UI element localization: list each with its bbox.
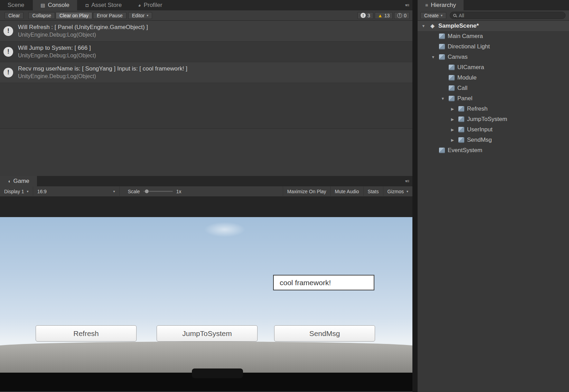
clear-on-play-toggle[interactable]: Clear on Play [56,12,92,19]
error-pause-toggle[interactable]: Error Pause [93,12,127,19]
jump-to-system-button[interactable]: JumpToSystem [157,325,258,342]
user-input-value: cool framework! [280,279,331,287]
tree-collapsed-icon[interactable]: ▶ [449,128,456,132]
chevron-down-icon: ▾ [407,189,408,193]
search-icon [453,14,456,17]
mute-audio-toggle[interactable]: Mute Audio [330,186,363,197]
aspect-ratio-label: 16:9 [37,189,47,194]
left-pane: Scene ▤ Console ◘ Asset Store ◕ Profiler… [0,0,412,392]
hierarchy-item-sendmsg[interactable]: ▶SendMsg [418,135,569,145]
hierarchy-toolbar: Create ▾ All [418,10,569,21]
tab-console-label: Console [48,2,69,9]
hierarchy-item-module[interactable]: Module [418,73,569,83]
console-tab-icon: ▤ [40,2,45,8]
tab-game-label: Game [13,178,29,185]
console-log-list: !Will Refresh : [ Panel (UnityEngine.Gam… [0,21,412,128]
maximize-on-play-toggle[interactable]: Maximize On Play [283,186,330,197]
scale-slider-knob[interactable] [144,189,149,194]
hierarchy-tabbar: ≡ Hierarchy [418,0,569,10]
panel-menu-icon[interactable]: ▾≡ [405,179,409,184]
log-info-icon: ! [3,47,13,57]
display-dropdown[interactable]: Display 1 ▾ [0,186,33,197]
hierarchy-item-userinput[interactable]: ▶UserInput [418,124,569,135]
hierarchy-item-label: Main Camera [448,33,483,40]
hierarchy-item-label: Module [457,74,477,81]
warning-icon: ▲ [378,13,383,18]
hierarchy-item-main-camera[interactable]: Main Camera [418,31,569,41]
hierarchy-item-label: UserInput [467,126,493,133]
log-info-icon: ! [3,26,13,36]
hierarchy-item-label: Directional Light [448,43,490,50]
refresh-button[interactable]: Refresh [36,325,137,342]
log-message: Recv msg userName is: [ SongYang ] Input… [18,65,187,72]
game-toolbar: Display 1 ▾ 16:9 ▾ Scale 1x Maximize On … [0,186,412,197]
hierarchy-item-canvas[interactable]: ▼Canvas [418,52,569,62]
log-entry[interactable]: !Will Jump to System: [ 666 ]UnityEngine… [0,41,412,62]
gameobject-cube-icon [458,127,464,132]
scale-label: Scale [128,189,140,194]
error-count-toggle[interactable]: ! 0 [394,12,410,19]
display-dropdown-label: Display 1 [4,189,24,194]
hierarchy-item-uicamera[interactable]: UICamera [418,62,569,73]
tree-collapsed-icon[interactable]: ▶ [449,107,456,111]
log-source: UnityEngine.Debug:Log(Object) [18,73,187,80]
chevron-down-icon: ▾ [113,189,115,193]
tree-collapsed-icon[interactable]: ▶ [449,117,456,122]
hierarchy-item-panel[interactable]: ▼Panel [418,93,569,104]
chevron-down-icon: ▾ [27,189,29,193]
hierarchy-item-eventsystem[interactable]: EventSystem [418,145,569,156]
hierarchy-search-input[interactable]: All [450,12,566,19]
game-tab-icon: ◖ [8,178,10,184]
pane-divider[interactable] [412,0,418,392]
tab-game[interactable]: ◖ Game [0,176,37,186]
tab-hierarchy[interactable]: ≡ Hierarchy [418,0,464,10]
hierarchy-tab-icon: ≡ [425,2,428,8]
log-text: Will Refresh : [ Panel (UnityEngine.Game… [18,24,148,38]
error-count: 0 [404,13,407,18]
collapse-toggle[interactable]: Collapse [28,12,55,19]
tree-expanded-icon[interactable]: ▼ [430,55,436,59]
clear-on-play-label: Clear on Play [59,13,88,18]
info-count-toggle[interactable]: ! 3 [357,12,373,19]
hierarchy-item-samplescene[interactable]: ▼◈SampleScene* [418,21,569,31]
panel-menu-icon[interactable]: ▾≡ [405,3,409,8]
gizmos-dropdown[interactable]: Gizmos ▾ [383,186,412,197]
log-message: Will Refresh : [ Panel (UnityEngine.Game… [18,24,148,31]
send-msg-button[interactable]: SendMsg [274,325,375,342]
hierarchy-item-directional-light[interactable]: Directional Light [418,41,569,52]
tab-asset-store[interactable]: ◘ Asset Store [78,0,129,10]
clear-button[interactable]: Clear [4,12,24,19]
hierarchy-item-label: Panel [457,95,472,102]
warning-count-toggle[interactable]: ▲ 13 [375,12,393,19]
tab-console[interactable]: ▤ Console [33,0,77,10]
create-dropdown-label: Create [424,13,439,18]
gameobject-cube-icon [439,54,445,60]
scale-slider[interactable] [143,191,173,192]
log-source: UnityEngine.Debug:Log(Object) [18,53,96,59]
hierarchy-item-refresh[interactable]: ▶Refresh [418,104,569,114]
cloud [204,222,245,237]
log-message: Will Jump to System: [ 666 ] [18,45,96,52]
game-letterbox [0,197,412,217]
tree-collapsed-icon[interactable]: ▶ [449,138,456,142]
collapse-label: Collapse [32,13,51,18]
editor-dropdown[interactable]: Editor ▾ [128,12,152,19]
info-count: 3 [367,13,370,18]
log-entry[interactable]: !Will Refresh : [ Panel (UnityEngine.Gam… [0,21,412,41]
tree-expanded-icon[interactable]: ▼ [440,96,446,101]
user-input-field[interactable]: cool framework! [273,275,374,290]
hierarchy-item-call[interactable]: Call [418,83,569,93]
gameobject-cube-icon [449,85,455,91]
hierarchy-item-label: EventSystem [448,147,482,154]
hierarchy-item-jumptosystem[interactable]: ▶JumpToSystem [418,114,569,124]
log-entry[interactable]: !Recv msg userName is: [ SongYang ] Inpu… [0,62,412,83]
create-dropdown[interactable]: Create ▾ [420,12,446,19]
gameobject-cube-icon [449,65,455,70]
game-pane-tabbar: ◖ Game ▾≡ [0,176,412,186]
scale-value: 1x [176,189,181,194]
tree-expanded-icon[interactable]: ▼ [420,24,427,28]
tab-scene[interactable]: Scene [0,0,32,10]
stats-toggle[interactable]: Stats [363,186,383,197]
tab-profiler[interactable]: ◕ Profiler [130,0,170,10]
aspect-ratio-dropdown[interactable]: 16:9 ▾ [33,186,120,197]
